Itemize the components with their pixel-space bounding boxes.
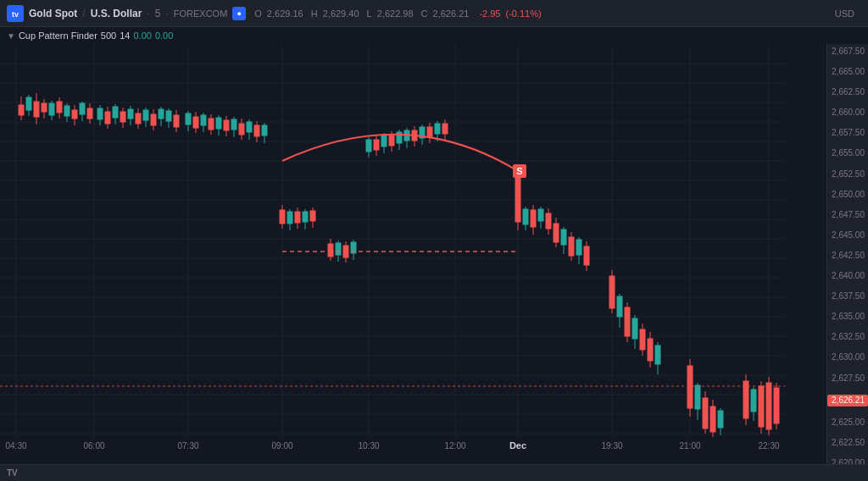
svg-rect-75 <box>186 113 191 124</box>
svg-rect-39 <box>42 103 47 112</box>
time-label-2100: 21:00 <box>679 441 700 451</box>
time-label-0600: 06:00 <box>83 441 104 451</box>
svg-rect-35 <box>26 97 31 110</box>
svg-rect-189 <box>774 388 779 423</box>
price-2655: 2,655.00 <box>827 149 868 158</box>
svg-rect-153 <box>576 240 581 255</box>
svg-rect-87 <box>231 119 236 130</box>
svg-rect-65 <box>143 110 148 120</box>
price-2630: 2,630.00 <box>827 353 868 362</box>
svg-rect-137 <box>515 175 520 222</box>
svg-rect-63 <box>136 113 141 124</box>
price-2645: 2,645.00 <box>827 231 868 240</box>
close-value: 2,626.21 <box>433 8 470 19</box>
price-2662: 2,662.50 <box>827 88 868 97</box>
price-2652: 2,652.50 <box>827 170 868 179</box>
svg-rect-59 <box>120 112 125 122</box>
svg-rect-73 <box>174 115 179 127</box>
svg-rect-135 <box>442 124 448 134</box>
time-label-2230: 22:30 <box>758 441 779 451</box>
current-price-label: 2,626.21 <box>827 395 868 406</box>
svg-rect-145 <box>546 213 551 229</box>
svg-rect-77 <box>193 117 198 128</box>
price-2632: 2,632.50 <box>827 333 868 341</box>
svg-rect-43 <box>57 102 62 113</box>
svg-rect-155 <box>584 246 589 265</box>
svg-rect-103 <box>303 212 308 222</box>
svg-rect-105 <box>310 211 315 221</box>
svg-rect-79 <box>201 115 206 125</box>
indicator-val1: 0.00 <box>133 30 151 41</box>
price-2650: 2,650.00 <box>827 191 868 199</box>
time-label-1200: 12:00 <box>444 441 465 451</box>
time-label-0900: 09:00 <box>271 441 292 451</box>
svg-rect-165 <box>640 329 645 350</box>
svg-rect-55 <box>105 112 110 124</box>
svg-rect-139 <box>523 209 528 224</box>
svg-rect-131 <box>427 127 432 137</box>
svg-rect-117 <box>374 140 379 150</box>
data-source: FOREXCOM <box>174 8 228 19</box>
high-label: H <box>311 8 318 19</box>
svg-rect-175 <box>703 398 708 428</box>
time-label-dec: Dec <box>509 440 526 451</box>
currency-label: USD <box>835 8 861 19</box>
open-label: O <box>254 8 262 19</box>
price-2625: 2,625.00 <box>827 418 868 427</box>
price-change: -2.95 <box>479 8 500 19</box>
indicator-param2: 14 <box>120 30 130 41</box>
bottom-bar: TV <box>0 464 868 481</box>
svg-rect-143 <box>538 209 543 221</box>
svg-rect-133 <box>435 124 440 134</box>
price-2647: 2,647.50 <box>827 211 868 219</box>
low-value: 2,622.98 <box>377 8 414 19</box>
svg-rect-181 <box>743 381 748 418</box>
candlestick-chart[interactable]: S 04:30 06:00 07:30 09:00 10:30 12:00 De… <box>0 44 826 471</box>
time-label-0730: 07:30 <box>177 441 198 451</box>
svg-rect-157 <box>609 276 615 308</box>
price-axis: 2,667.50 2,665.00 2,662.50 2,660.00 2,65… <box>826 44 868 471</box>
price-2622: 2,622.50 <box>827 439 868 447</box>
indicator-name: Cup Pattern Finder <box>19 30 97 41</box>
high-value: 2,629.40 <box>323 8 359 19</box>
indicator-label-bar: ▼ Cup Pattern Finder 500 14 0.00 0.00 <box>0 27 868 44</box>
price-2665: 2,665.00 <box>827 68 868 76</box>
svg-rect-177 <box>710 406 715 432</box>
candle-group-early <box>19 93 779 437</box>
tradingview-logo: TV <box>7 468 18 478</box>
svg-rect-47 <box>72 110 77 119</box>
chart-svg: S 04:30 06:00 07:30 09:00 10:30 12:00 De… <box>0 44 785 454</box>
svg-rect-83 <box>216 118 221 129</box>
tv-logo-icon: tv <box>7 5 24 22</box>
svg-rect-37 <box>34 102 39 117</box>
low-label: L <box>367 8 372 19</box>
svg-rect-45 <box>64 106 70 116</box>
svg-rect-115 <box>366 140 371 152</box>
svg-rect-61 <box>128 109 133 119</box>
svg-rect-101 <box>295 212 300 223</box>
open-value: 2,629.16 <box>267 8 303 19</box>
svg-rect-85 <box>224 120 229 130</box>
svg-rect-119 <box>381 135 387 147</box>
svg-rect-171 <box>687 366 693 408</box>
indicator-button[interactable]: ● <box>232 7 246 20</box>
svg-rect-185 <box>759 386 764 427</box>
indicator-arrow: ▼ <box>7 31 15 41</box>
time-label-1930: 19:30 <box>601 441 622 451</box>
svg-rect-159 <box>617 296 622 317</box>
ohlc-data: O2,629.16 H2,629.40 L2,622.98 C2,626.21 <box>254 8 474 19</box>
price-2667: 2,667.50 <box>827 47 868 56</box>
svg-rect-147 <box>554 224 559 242</box>
price-change-pct: (-0.11%) <box>505 8 541 19</box>
svg-rect-67 <box>151 114 156 125</box>
svg-rect-107 <box>328 244 333 257</box>
svg-rect-51 <box>87 108 92 119</box>
svg-rect-173 <box>695 385 700 409</box>
price-2637: 2,637.50 <box>827 292 868 301</box>
svg-rect-95 <box>262 125 267 135</box>
svg-rect-141 <box>531 210 536 227</box>
svg-rect-179 <box>718 411 723 428</box>
svg-rect-183 <box>751 390 756 412</box>
svg-rect-89 <box>239 124 244 135</box>
svg-rect-71 <box>166 111 171 121</box>
